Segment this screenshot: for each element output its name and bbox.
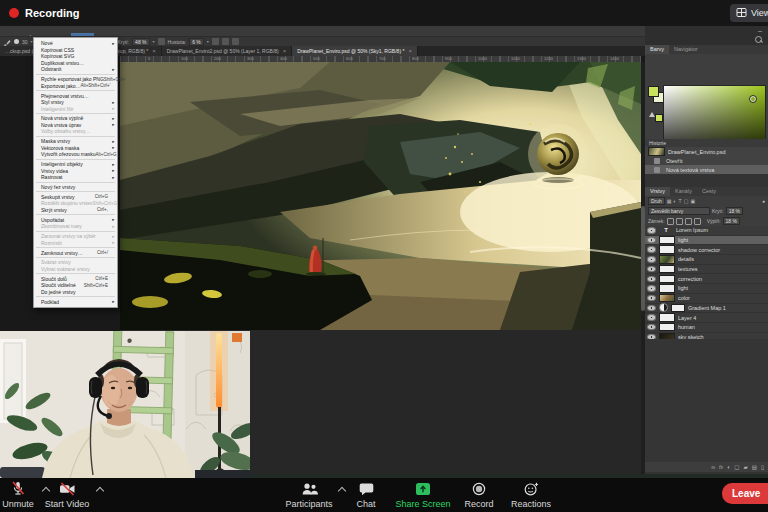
tab-kanály[interactable]: Kanály [670,187,697,196]
layer-row[interactable]: Gradient Map 1 [645,304,768,314]
collapse-panels-icon[interactable]: – [758,27,762,34]
layer-row[interactable]: TLorem Ipsum [645,226,768,236]
layer-row[interactable]: light [645,284,768,294]
layer-thumbnail [659,303,668,312]
new-layer-icon[interactable]: ▤ [752,464,757,470]
document-tab[interactable]: DrawPlanet_Enviro.psd @ 50% (Sky1, RGB/8… [292,46,418,56]
layer-opacity-value[interactable]: 18 % [726,207,743,215]
layer-menu-item[interactable]: Nový řez vrstvy [34,184,117,191]
visibility-toggle-icon[interactable] [647,295,656,302]
visibility-toggle-icon[interactable] [647,276,656,283]
filter-pixel-icon[interactable]: ▦ [667,198,672,204]
layer-menu-item[interactable]: Podklad▸ [34,298,117,305]
lock-position-icon[interactable] [685,218,692,225]
tab-navigátor[interactable]: Navigátor [669,45,703,54]
color-cursor-icon[interactable] [749,95,757,103]
web-safe-swatch[interactable] [655,114,663,122]
filter-toggle-icon[interactable]: ● [762,198,765,204]
lock-all-icon[interactable] [694,218,701,225]
control-chat[interactable]: Chat [344,481,388,509]
webcam-video-tile[interactable] [0,331,250,478]
layer-menu-item[interactable]: Vytvořit ořezovou maskuAlt+Ctrl+G [34,151,117,158]
visibility-toggle-icon[interactable] [647,314,656,321]
layer-row[interactable]: color [645,294,768,304]
smoothing-icon[interactable] [222,38,229,45]
history-step[interactable]: Otevřít [645,156,768,165]
layer-blend-mode-select[interactable]: Zesvětlit barvy [648,207,710,215]
layer-menu-item[interactable]: Exportovat jako…Alt+Shift+Ctrl+' [34,82,117,89]
layer-menu-item[interactable]: Rastrovat▸ [34,174,117,181]
tab-vrstvy[interactable]: Vrstvy [645,187,670,196]
pressure-opacity-icon[interactable] [158,38,165,45]
painting-canvas[interactable] [120,62,641,330]
layer-opacity-label: Krytí: [712,208,724,214]
layer-menu-item[interactable]: Do jedné vrstvy [34,289,117,296]
close-tab-icon[interactable]: × [408,48,412,54]
control-reactions[interactable]: Reactions [503,481,559,509]
filter-type-icon[interactable]: T [679,198,682,204]
new-group-icon[interactable]: ▰ [744,464,748,470]
filter-type-select[interactable]: Druh [648,197,665,205]
leave-button[interactable]: Leave [722,483,768,504]
layer-row[interactable]: Layer 4 [645,313,768,323]
foreground-color-swatch[interactable] [648,86,659,97]
brush-preset-icon[interactable] [14,39,19,44]
control-participants[interactable]: Participants [278,481,340,509]
layer-row[interactable]: details [645,255,768,265]
airbrush-icon[interactable] [212,38,219,45]
delete-layer-icon[interactable]: ▯ [761,464,764,470]
lock-pixels-icon[interactable] [676,218,683,225]
visibility-toggle-icon[interactable] [647,256,656,263]
menu-separator [36,113,115,114]
control-share-screen[interactable]: Share Screen [390,481,456,509]
lock-transparent-icon[interactable] [667,218,674,225]
visibility-toggle-icon[interactable] [647,266,656,273]
adjustment-layer-icon[interactable]: ◐ [727,464,730,470]
layer-style-icon[interactable]: fx [719,464,723,470]
flow-select[interactable]: 6 % [189,38,204,46]
submenu-arrow-icon: ▸ [112,116,114,121]
view-button-label: View [751,8,768,18]
layer-row[interactable]: shadow corrector [645,245,768,255]
chevron-up-icon[interactable] [96,487,104,495]
layer-row[interactable]: human [645,323,768,333]
opacity-label: Krytí: [117,39,129,45]
submenu-arrow-icon: ▸ [112,139,114,144]
filter-shape-icon[interactable]: ▢ [684,198,689,204]
visibility-toggle-icon[interactable] [647,324,656,331]
close-tab-icon[interactable]: × [152,48,156,54]
symmetry-icon[interactable] [232,38,239,45]
layer-thumbnail: T [659,227,673,234]
layer-row[interactable]: light [645,236,768,246]
layer-menu-item[interactable]: Skrýt vrstvyCtrl+, [34,207,117,214]
filter-smart-object-icon[interactable]: ▣ [690,198,695,204]
tab-cesty[interactable]: Cesty [697,187,721,196]
history-panel-tab[interactable]: Historie [645,139,768,147]
visibility-toggle-icon[interactable] [647,305,656,312]
visibility-toggle-icon[interactable] [647,285,656,292]
link-layers-icon[interactable]: ∞ [711,464,715,470]
history-step[interactable]: DrawPlanet_Enviro.psd [645,147,768,156]
visibility-toggle-icon[interactable] [647,237,656,244]
menu-shortcut: Shift+Ctrl+E [84,283,108,288]
layer-fill-value[interactable]: 18 % [723,217,740,225]
visibility-toggle-icon[interactable] [647,227,656,234]
document-tab[interactable]: DrawPlanet_Enviro2.psd @ 50% (Layer 1, R… [162,46,293,56]
control-start-video[interactable]: Start Video [36,481,98,509]
layer-row[interactable]: correction [645,274,768,284]
history-step[interactable]: Nová textová vrstva [645,165,768,174]
layer-menu-item[interactable]: Zamknout vrstvy…Ctrl+/ [34,249,117,256]
tab-barvy[interactable]: Barvy [645,45,669,54]
layer-row[interactable]: textures [645,265,768,275]
visibility-toggle-icon[interactable] [647,246,656,253]
filter-adjustment-icon[interactable]: ◐ [674,198,677,204]
layer-menu-item[interactable]: Odstranit▸ [34,66,117,73]
close-tab-icon[interactable]: × [283,48,287,54]
search-icon[interactable] [755,36,762,43]
submenu-arrow-icon: ▸ [112,100,114,105]
menu-separator [36,231,115,232]
control-record[interactable]: Record [455,481,503,509]
view-button[interactable]: View [730,4,768,22]
opacity-select[interactable]: 48 % [132,38,149,46]
layer-mask-icon[interactable]: ▢ [734,464,739,470]
